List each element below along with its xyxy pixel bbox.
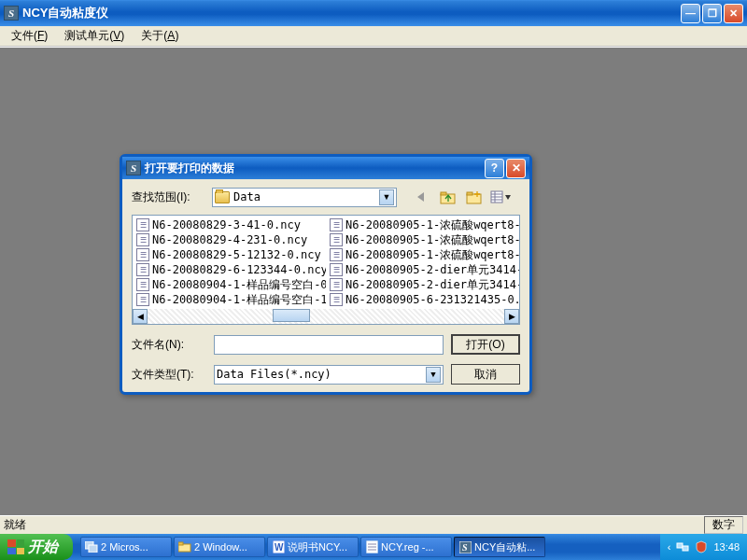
filetype-combo[interactable]: Data Files(*.ncy) ▼ — [214, 365, 444, 385]
tray-expand-icon[interactable]: ‹ — [668, 541, 671, 553]
dialog-close-button[interactable]: ✕ — [506, 159, 526, 178]
filetype-value: Data Files(*.ncy) — [217, 368, 426, 381]
status-left: 就绪 — [4, 517, 704, 533]
svg-text:W: W — [275, 542, 284, 553]
taskbar-item-label: NCY自动粘... — [474, 540, 535, 554]
file-name: N6-20080829-6-123344-0.ncy — [152, 263, 326, 276]
folder-icon — [178, 540, 191, 553]
file-name: N6-20080829-4-231-0.ncy — [152, 233, 307, 246]
app-title: NCY自动粘度仪 — [22, 5, 681, 21]
tray-shield-icon[interactable] — [695, 540, 708, 553]
minimize-button[interactable]: — — [681, 4, 700, 23]
file-item[interactable]: ☰N6-20080905-2-dier单元3414-1... — [330, 277, 515, 292]
file-item[interactable]: ☰N6-20080905-2-dier单元3414-0... — [330, 262, 515, 277]
window-controls: — ❐ ✕ — [681, 4, 743, 23]
dialog-titlebar[interactable]: S 打开要打印的数据 ? ✕ — [122, 157, 529, 179]
dialog-controls: ? ✕ — [485, 159, 526, 178]
app-window: S NCY自动粘度仪 — ❐ ✕ 文件(F) 测试单元(V) 关于(A) S 打… — [0, 0, 747, 534]
taskbar-item[interactable]: 2 Window... — [174, 537, 265, 557]
taskbar-item[interactable]: W说明书NCY... — [267, 537, 359, 557]
scroll-track[interactable] — [148, 309, 504, 324]
svg-rect-22 — [683, 546, 688, 551]
up-one-level-icon[interactable] — [438, 187, 458, 207]
new-folder-icon[interactable] — [464, 187, 485, 207]
taskbar-item-label: 2 Window... — [194, 541, 247, 553]
file-name: N6-20080829-5-12132-0.ncy — [152, 248, 321, 261]
file-name: N6-20080905-6-231321435-0.ncy — [345, 293, 519, 306]
lookin-row: 查找范围(I): Data ▼ — [132, 187, 520, 207]
open-button[interactable]: 打开(O) — [451, 334, 520, 355]
taskbar-item[interactable]: 2 Micros... — [80, 537, 172, 557]
lookin-dropdown-arrow[interactable]: ▼ — [379, 189, 394, 205]
svg-rect-12 — [178, 542, 183, 545]
file-item[interactable]: ☰N6-20080829-6-123344-0.ncy — [136, 262, 322, 277]
svg-rect-1 — [441, 192, 446, 195]
notepad-icon — [365, 540, 378, 553]
cancel-button[interactable]: 取消 — [451, 364, 520, 385]
task-items: 2 Micros...2 Window...W说明书NCY...NCY.reg … — [80, 537, 660, 557]
open-file-dialog: S 打开要打印的数据 ? ✕ 查找范围(I): Data ▼ — [120, 154, 532, 395]
file-name: N6-20080904-1-样品编号空白-0.ncy — [152, 277, 326, 293]
clock[interactable]: 13:48 — [713, 541, 740, 553]
statusbar: 就绪 数字 — [0, 515, 747, 534]
filename-input[interactable] — [214, 335, 444, 355]
group-icon — [85, 540, 98, 553]
menu-file[interactable]: 文件(F) — [4, 26, 55, 46]
filename-label: 文件名(N): — [132, 337, 206, 353]
taskbar-item-label: 说明书NCY... — [288, 540, 347, 554]
titlebar[interactable]: S NCY自动粘度仪 — ❐ ✕ — [0, 0, 747, 26]
restore-button[interactable]: ❐ — [702, 4, 722, 23]
menu-test-unit[interactable]: 测试单元(V) — [57, 26, 132, 46]
taskbar-item-label: 2 Micros... — [101, 541, 148, 553]
file-item[interactable]: ☰N6-20080829-4-231-0.ncy — [136, 232, 322, 247]
start-label: 开始 — [28, 538, 58, 557]
status-right: 数字 — [704, 516, 743, 534]
scroll-left-button[interactable]: ◀ — [133, 309, 148, 324]
file-list[interactable]: ☰N6-20080829-3-41-0.ncy☰N6-20080829-4-23… — [132, 215, 520, 325]
file-name: N6-20080829-3-41-0.ncy — [152, 218, 301, 231]
lookin-combo[interactable]: Data ▼ — [212, 188, 397, 207]
file-icon: ☰ — [136, 233, 149, 246]
dialog-help-button[interactable]: ? — [485, 159, 504, 178]
dialog-icon: S — [126, 161, 141, 175]
file-name: N6-20080905-1-浓硫酸wqert8-0... — [345, 217, 519, 233]
menu-about[interactable]: 关于(A) — [134, 26, 186, 46]
dialog-toolbar — [412, 187, 511, 207]
file-item[interactable]: ☰N6-20080905-6-231321435-0.ncy — [330, 292, 515, 307]
filetype-row: 文件类型(T): Data Files(*.ncy) ▼ 取消 — [132, 364, 520, 385]
scroll-right-button[interactable]: ▶ — [504, 309, 519, 324]
file-name: N6-20080904-1-样品编号空白-1.ncy — [152, 292, 326, 308]
lookin-value: Data — [233, 190, 379, 203]
taskbar-item[interactable]: SNCY自动粘... — [454, 537, 545, 557]
dialog-body: 查找范围(I): Data ▼ ☰N6-20080 — [122, 179, 529, 392]
tray-network-icon[interactable] — [676, 540, 689, 553]
file-item[interactable]: ☰N6-20080905-1-浓硫酸wqert8-1... — [330, 232, 515, 247]
file-item[interactable]: ☰N6-20080904-1-样品编号空白-0.ncy — [136, 277, 322, 292]
file-icon: ☰ — [136, 218, 149, 231]
file-icon: ☰ — [330, 293, 343, 306]
filename-row: 文件名(N): 打开(O) — [132, 334, 520, 355]
start-button[interactable]: 开始 — [0, 534, 73, 560]
filetype-label: 文件类型(T): — [132, 367, 206, 383]
filetype-dropdown-arrow[interactable]: ▼ — [426, 367, 441, 383]
file-item[interactable]: ☰N6-20080905-1-浓硫酸wqert8-2... — [330, 247, 515, 262]
file-item[interactable]: ☰N6-20080829-3-41-0.ncy — [136, 217, 322, 232]
horizontal-scrollbar: ◀ ▶ — [133, 309, 519, 324]
word-icon: W — [272, 540, 285, 553]
view-menu-icon[interactable] — [490, 187, 511, 207]
taskbar-item[interactable]: NCY.reg -... — [360, 537, 452, 557]
file-icon: ☰ — [330, 233, 343, 246]
close-button[interactable]: ✕ — [724, 4, 743, 23]
file-icon: ☰ — [330, 263, 343, 276]
file-name: N6-20080905-2-dier单元3414-1... — [345, 277, 519, 293]
back-icon[interactable] — [412, 187, 432, 207]
dialog-title: 打开要打印的数据 — [145, 161, 485, 176]
scroll-thumb[interactable] — [273, 309, 310, 322]
file-columns: ☰N6-20080829-3-41-0.ncy☰N6-20080829-4-23… — [133, 216, 519, 309]
menubar: 文件(F) 测试单元(V) 关于(A) — [0, 26, 747, 47]
file-item[interactable]: ☰N6-20080905-1-浓硫酸wqert8-0... — [330, 217, 515, 232]
file-item[interactable]: ☰N6-20080829-5-12132-0.ncy — [136, 247, 322, 262]
windows-logo-icon — [7, 539, 24, 554]
file-column-left: ☰N6-20080829-3-41-0.ncy☰N6-20080829-4-23… — [133, 216, 326, 309]
file-item[interactable]: ☰N6-20080904-1-样品编号空白-1.ncy — [136, 292, 322, 307]
